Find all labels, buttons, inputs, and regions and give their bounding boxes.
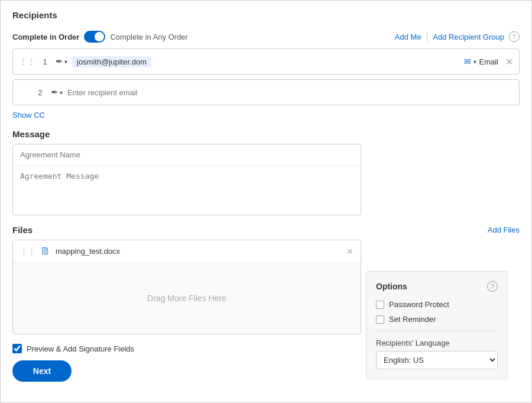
recipients-title: Recipients [12,10,57,20]
file-drag-handle[interactable]: ⋮⋮ [20,247,35,256]
preview-checkbox[interactable] [12,344,22,353]
email-type-wrapper-1: ✉ ▾ Email [464,57,498,66]
recipient-row-1: ⋮⋮ 1 ✒ ▾ josmith@jupiter.dom ✉ ▾ Email ✕ [12,49,520,75]
files-section-title: Files [12,225,33,235]
recipients-help-icon[interactable]: ? [509,31,520,42]
message-section-title: Message [12,129,361,139]
recipient-row-2: 2 ✒ ▾ [12,79,520,105]
options-divider [376,331,498,331]
set-reminder-row: Set Reminder [376,315,498,324]
envelope-icon: ✉ [464,57,471,66]
message-area [12,144,361,215]
file-row: ⋮⋮ 🗎 mapping_test.docx ✕ [13,240,361,263]
complete-order-toggle[interactable] [84,31,105,43]
signer-pen-icon: ✒ [56,56,63,67]
recipient-email-filled-1[interactable]: josmith@jupiter.dom [72,56,151,67]
file-name: mapping_test.docx [56,247,346,256]
complete-any-order-label: Complete in Any Order [110,33,188,41]
set-reminder-label: Set Reminder [389,315,436,324]
add-me-link[interactable]: Add Me [395,33,421,41]
language-select[interactable]: English: US Spanish French German [376,351,498,369]
recipient-email-input-2[interactable] [67,88,513,97]
files-area: ⋮⋮ 🗎 mapping_test.docx ✕ Drag More Files… [12,240,361,334]
signer-pen-icon-2: ✒ [51,87,59,98]
agreement-name-input[interactable] [13,144,361,166]
show-cc-link[interactable]: Show CC [12,111,45,120]
email-type-label: Email [479,57,498,66]
options-title: Options [376,282,407,291]
recipient-number-2: 2 [34,88,46,97]
complete-in-order-label: Complete in Order [12,33,79,41]
drag-handle-1[interactable]: ⋮⋮ [19,57,35,66]
file-remove-icon[interactable]: ✕ [346,247,353,256]
password-protect-label: Password Protect [389,300,449,309]
password-protect-checkbox[interactable] [376,301,384,309]
remove-recipient-1-icon[interactable]: ✕ [505,56,513,67]
set-reminder-checkbox[interactable] [376,315,384,324]
signer-type-dropdown-2[interactable]: ✒ ▾ [51,87,63,98]
drag-more-label: Drag More Files Here [147,294,226,303]
next-button[interactable]: Next [12,360,72,382]
drag-more-area[interactable]: Drag More Files Here [13,263,361,334]
recipient-number-1: 1 [39,57,51,66]
email-type-dropdown-arrow[interactable]: ▾ [473,59,476,65]
chevron-down-icon: ▾ [64,59,67,65]
options-panel: Options ? Password Protect Set Reminder … [366,271,508,379]
options-help-icon[interactable]: ? [487,281,498,292]
language-label: Recipients' Language [376,338,498,347]
add-recipient-group-link[interactable]: Add Recipient Group [433,33,504,41]
preview-label: Preview & Add Signature Fields [27,344,134,353]
password-protect-row: Password Protect [376,300,498,309]
add-files-link[interactable]: Add Files [488,225,520,234]
chevron-down-icon-2: ▾ [60,89,63,96]
signer-type-dropdown-1[interactable]: ✒ ▾ [56,56,67,67]
file-doc-icon: 🗎 [40,245,51,257]
agreement-message-input[interactable] [13,166,361,213]
